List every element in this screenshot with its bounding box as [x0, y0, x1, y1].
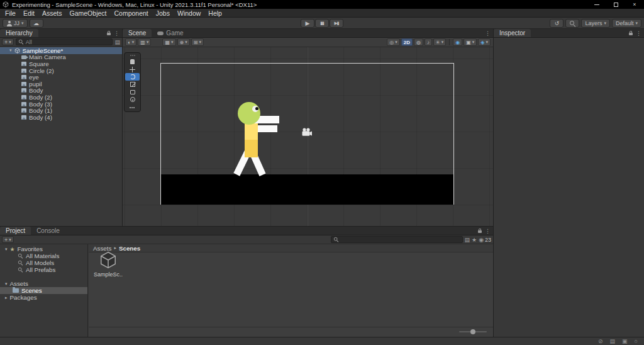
favorite-all-prefabs[interactable]: All Prefabs — [0, 266, 87, 273]
tab-inspector[interactable]: Inspector — [494, 29, 531, 37]
tab-game[interactable]: Game — [152, 29, 189, 37]
add-asset-button[interactable]: + ▾ — [2, 236, 14, 243]
packages-root-row[interactable]: ▸ Packages — [0, 294, 87, 301]
project-search-input[interactable] — [331, 236, 463, 243]
cloud-services-button[interactable]: ☁ — [30, 19, 43, 28]
foldout-right-icon[interactable]: ▸ — [5, 295, 8, 300]
status-progress-icon[interactable]: ○ — [635, 338, 638, 344]
scene-lighting-toggle[interactable]: ◍ — [414, 38, 423, 46]
assets-root-row[interactable]: ▾ Assets — [0, 280, 87, 287]
play-button[interactable]: ▶ — [301, 19, 314, 28]
zoom-slider-thumb[interactable] — [470, 329, 475, 334]
pause-button[interactable]: ▮▮ — [315, 19, 329, 28]
camera-gizmo-icon[interactable] — [301, 128, 313, 139]
tab-scene[interactable]: Scene — [123, 29, 152, 37]
scene-audio-toggle[interactable]: ♪ — [425, 38, 432, 46]
menu-window[interactable]: Window — [174, 9, 204, 17]
tool-move[interactable] — [125, 65, 140, 73]
menu-help[interactable]: Help — [204, 9, 226, 17]
character-pupil[interactable] — [255, 107, 258, 110]
lock-icon[interactable] — [478, 230, 482, 233]
menu-component[interactable]: Component — [110, 9, 152, 17]
scene-picking-icon[interactable]: ▤ — [114, 39, 120, 45]
tab-project[interactable]: Project — [0, 227, 31, 235]
draw-mode-dropdown[interactable]: ◐▾ — [125, 38, 136, 46]
scene-effects-dropdown[interactable]: ✳▾ — [433, 38, 446, 46]
lock-icon[interactable] — [629, 33, 633, 35]
ground-object[interactable] — [161, 174, 453, 205]
gizmos-dropdown[interactable]: ◈▾ — [478, 38, 491, 46]
layers-dropdown[interactable]: Layers ▾ — [581, 19, 610, 28]
favorite-all-models[interactable]: All Models — [0, 259, 87, 266]
kebab-menu-icon[interactable]: ⋮ — [485, 228, 491, 234]
undo-history-button[interactable]: ↺ — [550, 19, 564, 28]
kebab-menu-icon[interactable]: ⋮ — [636, 30, 641, 37]
hierarchy-item-square[interactable]: Square — [0, 60, 122, 67]
hierarchy-item-eye[interactable]: eye — [0, 74, 122, 81]
tool-rotate[interactable] — [125, 73, 140, 81]
scene-viewport[interactable] — [123, 47, 493, 226]
tab-hierarchy[interactable]: Hierarchy — [0, 29, 38, 37]
tool-transform[interactable] — [125, 96, 140, 103]
camera-icon: ▣ — [466, 40, 471, 45]
favorites-row[interactable]: ▾ ★ Favorites — [0, 246, 87, 252]
grid-snap-dropdown[interactable]: ⊞▾ — [191, 38, 204, 46]
menu-edit[interactable]: Edit — [19, 9, 38, 17]
character-head[interactable] — [238, 102, 260, 125]
layout-dropdown[interactable]: Default ▾ — [612, 19, 641, 28]
debug-mode-dropdown[interactable]: ▥▾ — [138, 38, 151, 46]
menu-gameobject[interactable]: GameObject — [66, 9, 111, 17]
global-search-button[interactable] — [565, 19, 579, 28]
hierarchy-item-body-1[interactable]: Body (1) — [0, 107, 122, 114]
palette-drag-handle[interactable] — [125, 53, 140, 58]
search-in-assets-icon[interactable]: ▤ — [465, 237, 470, 243]
hierarchy-item-body-4[interactable]: Body (4) — [0, 114, 122, 121]
character-body-top[interactable] — [245, 123, 258, 140]
status-console-icon[interactable]: ▣ — [622, 338, 628, 344]
favorite-all-materials[interactable]: All Materials — [0, 252, 87, 259]
tool-more[interactable] — [125, 103, 140, 111]
add-gameobject-button[interactable]: + ▾ — [2, 38, 14, 45]
2d-mode-toggle[interactable]: 2D — [401, 38, 413, 46]
favorite-star-icon[interactable]: ★ — [472, 237, 477, 243]
hierarchy-search-input[interactable]: All — [16, 38, 113, 45]
hierarchy-item-body-3[interactable]: Body (3) — [0, 101, 122, 108]
minimize-button[interactable] — [587, 0, 606, 9]
tool-hand[interactable] — [125, 58, 140, 65]
kebab-menu-icon[interactable]: ⋮ — [485, 30, 491, 37]
step-button[interactable]: ▶▮ — [330, 19, 343, 28]
kebab-menu-icon[interactable]: ⋮ — [114, 30, 119, 37]
tool-scale[interactable] — [125, 81, 140, 88]
hierarchy-item-pupil[interactable]: pupil — [0, 81, 122, 88]
menu-assets[interactable]: Assets — [38, 9, 66, 17]
scene-visibility-toggle[interactable]: ◉ — [453, 38, 462, 46]
foldout-icon[interactable]: ▾ — [5, 247, 8, 252]
snap-settings-dropdown[interactable]: ⊕▾ — [177, 38, 190, 46]
lock-icon[interactable] — [107, 33, 111, 35]
close-button[interactable]: × — [625, 0, 644, 9]
status-layers-icon[interactable]: ▤ — [610, 338, 616, 344]
tab-console[interactable]: Console — [31, 227, 65, 235]
hidden-count-badge[interactable]: ◉ 23 — [479, 237, 491, 243]
hierarchy-item-main-camera[interactable]: Main Camera — [0, 54, 122, 61]
chevron-down-icon: ▾ — [9, 237, 11, 242]
menu-jobs[interactable]: Jobs — [152, 9, 174, 17]
scene-camera-dropdown[interactable]: ◎▾ — [387, 38, 400, 46]
hierarchy-item-body[interactable]: Body — [0, 88, 122, 94]
sprite-object-icon — [21, 95, 26, 99]
menu-file[interactable]: File — [1, 9, 19, 17]
hierarchy-item-circle-2[interactable]: Circle (2) — [0, 67, 122, 74]
maximize-button[interactable] — [606, 0, 625, 9]
tool-rect[interactable] — [125, 88, 140, 96]
hierarchy-item-body-2[interactable]: Body (2) — [0, 94, 122, 101]
foldout-icon[interactable]: ▾ — [5, 281, 8, 286]
hierarchy-scene-row[interactable]: ▾ SampleScene* — [0, 47, 122, 54]
status-mute-icon[interactable]: ⊘ — [598, 338, 603, 344]
grid-visibility-dropdown[interactable]: ▦▾ — [162, 38, 175, 46]
foldout-icon[interactable]: ▾ — [9, 48, 12, 53]
character-body-bottom[interactable] — [245, 140, 258, 157]
asset-samplescene[interactable]: SampleSc... — [94, 251, 123, 278]
camera-view-dropdown[interactable]: ▣▾ — [464, 38, 477, 46]
scenes-folder-row[interactable]: Scenes — [0, 287, 87, 294]
account-button[interactable]: JJ ▾ — [3, 19, 28, 28]
